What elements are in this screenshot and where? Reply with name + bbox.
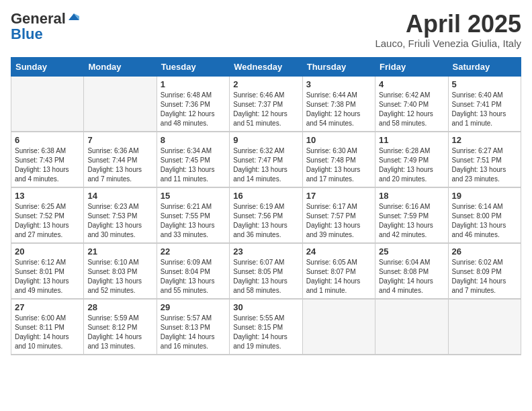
day-number: 5 — [452, 79, 517, 89]
calendar-week-row: 6Sunrise: 6:38 AMSunset: 7:43 PMDaylight… — [11, 132, 521, 187]
calendar-cell: 25Sunrise: 6:04 AMSunset: 8:08 PMDayligh… — [375, 243, 448, 299]
calendar-cell: 6Sunrise: 6:38 AMSunset: 7:43 PMDaylight… — [11, 132, 84, 187]
header-day: Sunday — [11, 57, 84, 76]
calendar-cell: 16Sunrise: 6:19 AMSunset: 7:56 PMDayligh… — [230, 187, 302, 243]
day-info: Sunrise: 6:02 AMSunset: 8:09 PMDaylight:… — [452, 258, 517, 295]
calendar-cell — [84, 76, 157, 132]
calendar-cell — [11, 76, 84, 132]
header-day: Tuesday — [157, 57, 229, 76]
day-info: Sunrise: 6:17 AMSunset: 7:57 PMDaylight:… — [306, 202, 371, 240]
day-number: 13 — [15, 191, 80, 201]
calendar-cell: 18Sunrise: 6:16 AMSunset: 7:59 PMDayligh… — [375, 187, 448, 243]
calendar-cell: 23Sunrise: 6:07 AMSunset: 8:05 PMDayligh… — [230, 243, 302, 299]
day-info: Sunrise: 6:19 AMSunset: 7:56 PMDaylight:… — [233, 202, 298, 240]
day-info: Sunrise: 5:57 AMSunset: 8:13 PMDaylight:… — [161, 314, 226, 351]
day-info: Sunrise: 6:42 AMSunset: 7:40 PMDaylight:… — [379, 91, 444, 128]
day-info: Sunrise: 6:12 AMSunset: 8:01 PMDaylight:… — [15, 258, 80, 295]
calendar-cell: 2Sunrise: 6:46 AMSunset: 7:37 PMDaylight… — [230, 76, 302, 132]
header-day: Friday — [375, 57, 448, 76]
calendar-cell: 24Sunrise: 6:05 AMSunset: 8:07 PMDayligh… — [302, 243, 375, 299]
day-info: Sunrise: 6:04 AMSunset: 8:08 PMDaylight:… — [379, 258, 444, 295]
day-number: 23 — [233, 246, 298, 257]
day-info: Sunrise: 6:07 AMSunset: 8:05 PMDaylight:… — [233, 258, 298, 295]
day-number: 9 — [233, 135, 298, 145]
calendar-cell: 27Sunrise: 6:00 AMSunset: 8:11 PMDayligh… — [11, 299, 84, 355]
day-number: 12 — [452, 135, 517, 145]
calendar-week-row: 27Sunrise: 6:00 AMSunset: 8:11 PMDayligh… — [11, 299, 521, 355]
calendar-cell: 3Sunrise: 6:44 AMSunset: 7:38 PMDaylight… — [302, 76, 375, 132]
day-number: 24 — [306, 246, 371, 257]
day-number: 27 — [15, 302, 80, 312]
day-number: 1 — [161, 79, 226, 89]
day-number: 18 — [379, 191, 444, 201]
header-day: Monday — [84, 57, 157, 76]
calendar-cell: 7Sunrise: 6:36 AMSunset: 7:44 PMDaylight… — [84, 132, 157, 187]
day-number: 26 — [452, 246, 517, 257]
day-info: Sunrise: 6:36 AMSunset: 7:44 PMDaylight:… — [87, 146, 152, 184]
day-info: Sunrise: 6:10 AMSunset: 8:03 PMDaylight:… — [87, 258, 152, 295]
calendar-cell: 26Sunrise: 6:02 AMSunset: 8:09 PMDayligh… — [448, 243, 521, 299]
calendar-cell: 19Sunrise: 6:14 AMSunset: 8:00 PMDayligh… — [448, 187, 521, 243]
calendar-cell: 22Sunrise: 6:09 AMSunset: 8:04 PMDayligh… — [157, 243, 229, 299]
day-info: Sunrise: 6:00 AMSunset: 8:11 PMDaylight:… — [15, 314, 80, 351]
day-number: 14 — [87, 191, 152, 201]
month-title: April 2025 — [375, 11, 521, 38]
calendar-cell: 8Sunrise: 6:34 AMSunset: 7:45 PMDaylight… — [157, 132, 229, 187]
day-info: Sunrise: 6:34 AMSunset: 7:45 PMDaylight:… — [161, 146, 226, 184]
logo-general: General — [11, 11, 66, 26]
logo: General Blue — [11, 11, 81, 42]
day-number: 15 — [161, 191, 226, 201]
day-number: 20 — [15, 246, 80, 257]
header-day: Wednesday — [230, 57, 302, 76]
calendar-cell: 12Sunrise: 6:27 AMSunset: 7:51 PMDayligh… — [448, 132, 521, 187]
day-info: Sunrise: 6:32 AMSunset: 7:47 PMDaylight:… — [233, 146, 298, 184]
calendar-cell: 28Sunrise: 5:59 AMSunset: 8:12 PMDayligh… — [84, 299, 157, 355]
day-number: 22 — [161, 246, 226, 257]
location-subtitle: Lauco, Friuli Venezia Giulia, Italy — [375, 38, 521, 49]
calendar-cell: 14Sunrise: 6:23 AMSunset: 7:53 PMDayligh… — [84, 187, 157, 243]
calendar-week-row: 1Sunrise: 6:48 AMSunset: 7:36 PMDaylight… — [11, 76, 521, 132]
calendar-cell: 30Sunrise: 5:55 AMSunset: 8:15 PMDayligh… — [230, 299, 302, 355]
calendar-cell: 9Sunrise: 6:32 AMSunset: 7:47 PMDaylight… — [230, 132, 302, 187]
day-info: Sunrise: 6:40 AMSunset: 7:41 PMDaylight:… — [452, 91, 517, 128]
day-number: 25 — [379, 246, 444, 257]
day-info: Sunrise: 6:28 AMSunset: 7:49 PMDaylight:… — [379, 146, 444, 184]
day-number: 11 — [379, 135, 444, 145]
day-info: Sunrise: 6:30 AMSunset: 7:48 PMDaylight:… — [306, 146, 371, 184]
day-info: Sunrise: 6:21 AMSunset: 7:55 PMDaylight:… — [161, 202, 226, 240]
day-number: 3 — [306, 79, 371, 89]
day-number: 16 — [233, 191, 298, 201]
day-number: 4 — [379, 79, 444, 89]
day-number: 2 — [233, 79, 298, 89]
header-day: Thursday — [302, 57, 375, 76]
day-info: Sunrise: 6:14 AMSunset: 8:00 PMDaylight:… — [452, 202, 517, 240]
day-number: 17 — [306, 191, 371, 201]
day-info: Sunrise: 6:44 AMSunset: 7:38 PMDaylight:… — [306, 91, 371, 128]
day-number: 28 — [87, 302, 152, 312]
logo-blue: Blue — [11, 27, 43, 42]
calendar-cell — [375, 299, 448, 355]
day-info: Sunrise: 6:16 AMSunset: 7:59 PMDaylight:… — [379, 202, 444, 240]
calendar-cell: 10Sunrise: 6:30 AMSunset: 7:48 PMDayligh… — [302, 132, 375, 187]
calendar-cell: 11Sunrise: 6:28 AMSunset: 7:49 PMDayligh… — [375, 132, 448, 187]
calendar-cell — [302, 299, 375, 355]
day-info: Sunrise: 6:23 AMSunset: 7:53 PMDaylight:… — [87, 202, 152, 240]
logo-icon — [67, 11, 81, 24]
calendar-week-row: 13Sunrise: 6:25 AMSunset: 7:52 PMDayligh… — [11, 187, 521, 243]
day-info: Sunrise: 6:38 AMSunset: 7:43 PMDaylight:… — [15, 146, 80, 184]
calendar-cell: 4Sunrise: 6:42 AMSunset: 7:40 PMDaylight… — [375, 76, 448, 132]
calendar-cell: 1Sunrise: 6:48 AMSunset: 7:36 PMDaylight… — [157, 76, 229, 132]
day-info: Sunrise: 5:59 AMSunset: 8:12 PMDaylight:… — [87, 314, 152, 351]
title-area: April 2025 Lauco, Friuli Venezia Giulia,… — [375, 11, 521, 49]
day-info: Sunrise: 6:46 AMSunset: 7:37 PMDaylight:… — [233, 91, 298, 128]
day-number: 30 — [233, 302, 298, 312]
day-number: 29 — [161, 302, 226, 312]
page-header: General Blue April 2025 Lauco, Friuli Ve… — [11, 11, 521, 49]
calendar-cell: 5Sunrise: 6:40 AMSunset: 7:41 PMDaylight… — [448, 76, 521, 132]
day-info: Sunrise: 6:25 AMSunset: 7:52 PMDaylight:… — [15, 202, 80, 240]
header-day: Saturday — [448, 57, 521, 76]
day-number: 8 — [161, 135, 226, 145]
header-row: SundayMondayTuesdayWednesdayThursdayFrid… — [11, 57, 521, 76]
calendar-week-row: 20Sunrise: 6:12 AMSunset: 8:01 PMDayligh… — [11, 243, 521, 299]
calendar-cell — [448, 299, 521, 355]
